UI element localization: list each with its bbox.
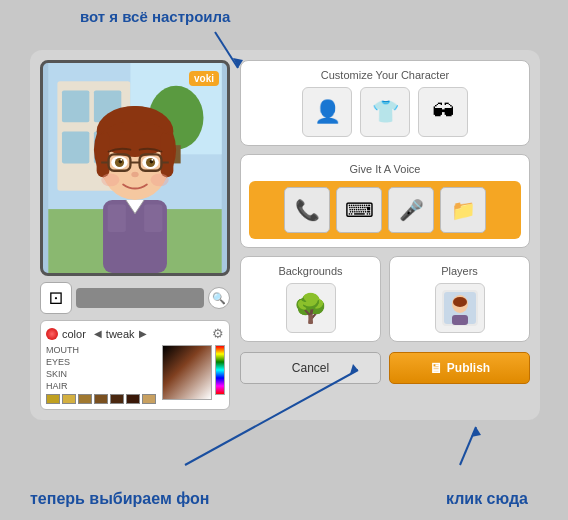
svg-point-28: [131, 172, 138, 177]
swatch-4[interactable]: [94, 394, 108, 404]
skin-label: SKIN: [46, 369, 74, 379]
players-section: Players: [389, 256, 530, 342]
top-annotation: вот я всё настроила: [80, 8, 230, 25]
svg-point-26: [120, 159, 122, 161]
tweak-label: tweak: [106, 328, 135, 340]
keyboard-button[interactable]: ⌨: [336, 187, 382, 233]
mouth-label: MOUTH: [46, 345, 74, 355]
backgrounds-title: Backgrounds: [278, 265, 342, 277]
swatch-5[interactable]: [110, 394, 124, 404]
search-button[interactable]: 🔍: [208, 287, 230, 309]
character-clothes-button[interactable]: 👕: [360, 87, 410, 137]
play-bar: [76, 288, 204, 308]
svg-point-30: [151, 173, 169, 186]
bottom-row: Backgrounds 🌳 Players: [240, 256, 530, 342]
swatch-6[interactable]: [126, 394, 140, 404]
svg-point-27: [151, 159, 153, 161]
customize-title: Customize Your Character: [249, 69, 521, 81]
swatch-3[interactable]: [78, 394, 92, 404]
action-row: Cancel 🖥 Publish: [240, 352, 530, 384]
color-dot-icon: [46, 328, 58, 340]
background-select-button[interactable]: 🌳: [286, 283, 336, 333]
character-viewport: voki: [40, 60, 230, 276]
color-swatches: [46, 394, 156, 404]
eyes-label: EYES: [46, 357, 74, 367]
players-title: Players: [441, 265, 478, 277]
svg-rect-32: [108, 205, 126, 232]
publish-icon: 🖥: [429, 360, 443, 376]
color-strip[interactable]: [215, 345, 225, 395]
character-controls: ⚀ 🔍: [40, 282, 230, 314]
svg-point-37: [453, 297, 467, 307]
color-label: color: [62, 328, 86, 340]
swatch-2[interactable]: [62, 394, 76, 404]
cancel-button[interactable]: Cancel: [240, 352, 381, 384]
gear-icon[interactable]: ⚙: [212, 326, 224, 341]
publish-button[interactable]: 🖥 Publish: [389, 352, 530, 384]
folder-button[interactable]: 📁: [440, 187, 486, 233]
character-panel: voki: [40, 60, 230, 410]
svg-line-43: [460, 427, 476, 465]
backgrounds-section: Backgrounds 🌳: [240, 256, 381, 342]
character-body-button[interactable]: 👤: [302, 87, 352, 137]
svg-rect-4: [62, 131, 89, 163]
svg-rect-2: [62, 90, 89, 122]
character-svg: [43, 63, 227, 273]
players-select-button[interactable]: [435, 283, 485, 333]
color-options: MOUTH EYES SKIN HAIR: [46, 345, 156, 391]
color-panel: color ◀ tweak ▶ ⚙ MOUTH EYES SKIN HAIR: [40, 320, 230, 410]
phone-button[interactable]: 📞: [284, 187, 330, 233]
character-accessories-button[interactable]: 🕶: [418, 87, 468, 137]
swatch-1[interactable]: [46, 394, 60, 404]
color-picker[interactable]: [162, 345, 212, 400]
publish-label: Publish: [447, 361, 490, 375]
voki-badge: voki: [189, 71, 219, 86]
bottom-right-annotation: клик сюда: [446, 490, 528, 508]
dice-button[interactable]: ⚀: [40, 282, 72, 314]
voice-icons: 📞 ⌨ 🎤 📁: [249, 181, 521, 239]
svg-point-29: [101, 173, 119, 186]
svg-rect-13: [97, 131, 110, 177]
hair-label: HAIR: [46, 381, 74, 391]
customize-icons: 👤 👕 🕶: [249, 87, 521, 137]
svg-marker-44: [471, 427, 481, 437]
customize-section: Customize Your Character 👤 👕 🕶: [240, 60, 530, 146]
player-thumbnail: [442, 290, 478, 326]
swatch-7[interactable]: [142, 394, 156, 404]
svg-rect-38: [452, 315, 468, 325]
main-panel: voki: [30, 50, 540, 420]
svg-rect-33: [144, 205, 162, 232]
svg-rect-14: [161, 131, 174, 177]
voice-section: Give It A Voice 📞 ⌨ 🎤 📁: [240, 154, 530, 248]
right-panel: Customize Your Character 👤 👕 🕶 Give It A…: [240, 60, 530, 410]
voice-title: Give It A Voice: [249, 163, 521, 175]
microphone-button[interactable]: 🎤: [388, 187, 434, 233]
tweak-right-arrow[interactable]: ▶: [139, 328, 147, 339]
tweak-left-arrow[interactable]: ◀: [94, 328, 102, 339]
bottom-left-annotation: теперь выбираем фон: [30, 490, 209, 508]
